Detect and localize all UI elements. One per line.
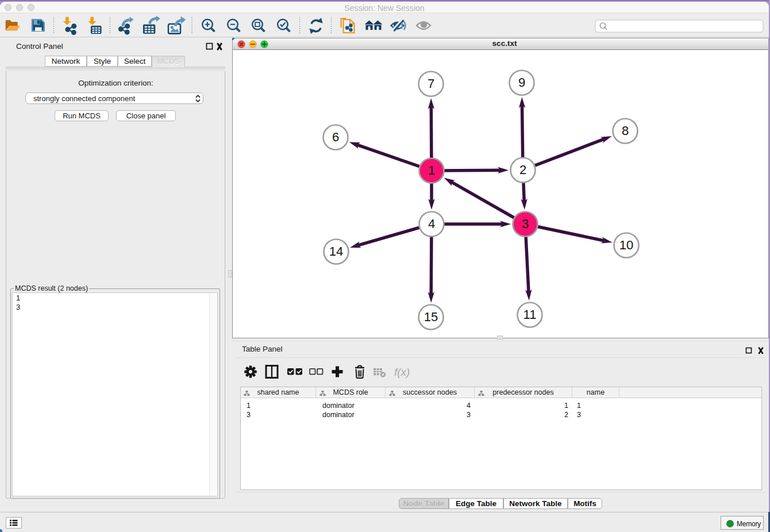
svg-text:9: 9 <box>518 75 525 90</box>
svg-text:f(x): f(x) <box>394 366 410 378</box>
svg-text:15: 15 <box>424 310 438 324</box>
svg-text:11: 11 <box>523 307 537 322</box>
svg-text:8: 8 <box>622 124 629 138</box>
svg-text:2: 2 <box>519 163 526 177</box>
svg-text:14: 14 <box>329 244 343 259</box>
svg-text:10: 10 <box>619 238 633 252</box>
svg-text:4: 4 <box>428 217 435 231</box>
svg-text:7: 7 <box>428 76 434 91</box>
svg-text:1: 1 <box>428 163 435 178</box>
svg-text:3: 3 <box>522 217 529 231</box>
svg-text:6: 6 <box>332 130 339 144</box>
